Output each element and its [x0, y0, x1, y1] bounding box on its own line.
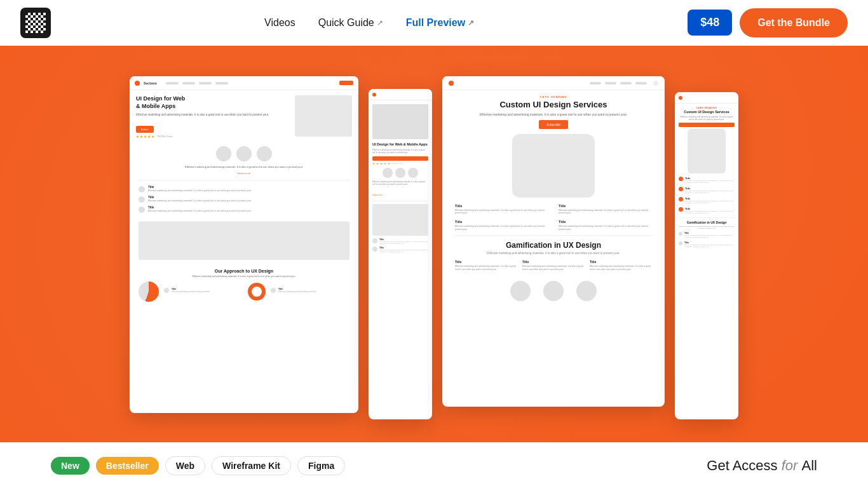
wireframe-card-2: UI Design for Web & Mobile Apps Effectiv… — [369, 89, 432, 419]
wf-subtitle: Effective marketing and advertising mate… — [442, 112, 665, 116]
wf-feature: Title Effective marketing and advertisin… — [559, 204, 652, 215]
wf-list-desc: Effective marketing and advertising mate… — [148, 189, 252, 193]
bottom-cta-suffix: for — [782, 458, 798, 473]
wf-hero-section: UI Design for Web& Mobile Apps Effective… — [130, 90, 358, 141]
wf-circle — [576, 281, 597, 301]
tag-wireframe-kit[interactable]: Wireframe Kit — [212, 456, 291, 475]
wf-star — [376, 163, 379, 165]
wf-section-text: Effective marketing and advertising mate… — [139, 165, 349, 169]
wf-stars — [136, 135, 154, 139]
wf-placeholder — [139, 222, 349, 260]
wf-chart-item-2: Title Effective marketing and advertisin… — [271, 288, 349, 293]
wf-nav-circle-4 — [679, 96, 682, 100]
wf-list-content: Title Effective marketing and advertisin… — [148, 186, 252, 193]
tag-figma[interactable]: Figma — [297, 456, 345, 475]
wf-nav-link — [605, 82, 616, 85]
wf-hero-btn: Button — [136, 126, 154, 133]
wf-items-4: Title Effective marketing and advertisin… — [675, 177, 738, 215]
tag-web[interactable]: Web — [165, 456, 205, 475]
wf-item-4: Title Effective marketing and advertisin… — [679, 197, 735, 205]
wf-nav-link — [620, 82, 632, 85]
wf-nav-link — [635, 82, 647, 85]
wf-hero-body: Effective marketing and advertising mate… — [136, 113, 290, 117]
wf-list-icon — [139, 196, 145, 203]
wf-nav-circle-3 — [449, 81, 454, 86]
wf-list-title: Title — [148, 206, 252, 209]
wf-grid-text: Effective marketing and advertising mate… — [522, 265, 585, 271]
wf-item-text: Title Effective marketing and advertisin… — [379, 247, 428, 253]
tag-bestseller[interactable]: Bestseller — [96, 457, 159, 475]
wf-nav-1: Sections — [130, 76, 358, 90]
bottom-cta-text: Get Access — [707, 458, 777, 473]
wf-subscribe-btn: Subscribe — [539, 120, 568, 129]
wf-item-desc: Effective marketing and advertising mate… — [379, 241, 428, 245]
wf-circles — [139, 146, 349, 161]
wf-card-2-item: Title Effective marketing and advertisin… — [372, 247, 428, 253]
wf-pie-chart — [139, 281, 159, 302]
wf-nav-link — [590, 82, 601, 85]
wf-grid-title: Title — [455, 260, 517, 264]
wf-divider-2 — [372, 201, 428, 201]
wf-star — [151, 135, 154, 139]
wf-item-content: Title Effective marketing and advertisin… — [685, 207, 735, 215]
logo[interactable] — [20, 8, 51, 38]
wf-chart-item-text: Effective marketing and advertising mate… — [172, 290, 210, 293]
wf-cap-heading: CAPS HEADING — [442, 90, 665, 100]
logo-area — [20, 8, 51, 38]
wf-star — [380, 163, 383, 165]
preview-area: Sections UI Design for Web& Mobile Apps … — [0, 46, 868, 442]
wf-card-2-link: Learn more — [372, 194, 382, 196]
wf-list-item: Title Effective marketing and advertisin… — [139, 186, 349, 193]
wf-star — [140, 135, 143, 139]
wf-nav-link — [215, 82, 228, 85]
wf-item2-text: Effective marketing and advertising mate… — [684, 244, 735, 248]
nav-quick-guide[interactable]: Quick Guide ↗ — [318, 17, 383, 29]
wf-features-row2: Title Effective marketing and advertisin… — [442, 220, 665, 235]
wf-chart-items-2: Title Effective marketing and advertisin… — [271, 288, 349, 295]
price-badge[interactable]: $48 — [688, 10, 732, 36]
wf-hero-image — [295, 95, 352, 137]
wireframe-card-4: CAPS HEADING Custom UI Design Services E… — [675, 92, 738, 419]
wf-text-4: Effective marketing and advertising mate… — [675, 116, 738, 121]
wf-item-icon — [679, 207, 683, 212]
wf-circle — [383, 168, 393, 178]
wf-grid-text: Effective marketing and advertising mate… — [455, 265, 517, 271]
wireframe-card-1: Sections UI Design for Web& Mobile Apps … — [130, 76, 358, 413]
logo-icon — [25, 13, 46, 33]
wf-feature-title: Title — [559, 220, 652, 224]
nav-videos[interactable]: Videos — [264, 17, 295, 29]
wf-list-icon — [139, 186, 145, 193]
wf-chart-section: Our Approach to UX Design Effective mark… — [130, 264, 358, 307]
tag-new[interactable]: New — [51, 457, 90, 475]
wf-features: Title Effective marketing and advertisin… — [442, 204, 665, 220]
wf-list-title: Title — [148, 196, 252, 199]
wf-circle — [408, 168, 418, 178]
get-bundle-button[interactable]: Get the Bundle — [740, 8, 848, 37]
wf-section-title-4: Gamification in UX Design — [675, 220, 738, 224]
wf-section-text: Effective marketing and advertising mate… — [442, 252, 665, 255]
wf-item2-4: Title Effective marketing and advertisin… — [675, 241, 738, 248]
wf-card-2-title: UI Design for Web & Mobile Apps — [372, 142, 428, 147]
wf-item-content: Title Effective marketing and advertisin… — [685, 177, 735, 184]
wireframe-card-3: CAPS HEADING Custom UI Design Services E… — [442, 76, 665, 407]
wf-item-4: Title Effective marketing and advertisin… — [679, 207, 735, 215]
wf-item2-content: Title Effective marketing and advertisin… — [684, 232, 735, 239]
wf-feature-title: Title — [559, 204, 652, 208]
wf-close-btn — [653, 81, 658, 86]
wf-circle — [510, 281, 531, 301]
wf-list-icon — [139, 207, 145, 213]
wf-rating-users: 700,000+ Users — [391, 163, 403, 165]
wf-item2-content: Title Effective marketing and advertisin… — [684, 241, 735, 248]
wf-feature-text: Effective marketing and advertising mate… — [559, 225, 652, 231]
wf-phone-4 — [688, 129, 726, 173]
wf-chart-item-icon-2 — [271, 288, 276, 293]
wf-grid-item: Title Effective marketing and advertisin… — [522, 260, 585, 271]
wf-chart-item: Title Effective marketing and advertisin… — [164, 288, 243, 293]
nav-full-preview[interactable]: Full Preview ↗ — [406, 17, 474, 29]
wf-item-text: Effective marketing and advertising mate… — [685, 180, 735, 184]
wf-feature-text: Effective marketing and advertising mate… — [455, 209, 548, 215]
wf-divider-4 — [679, 217, 735, 218]
wf-item-content: Title Effective marketing and advertisin… — [685, 197, 735, 205]
wf-grid-item: Title Effective marketing and advertisin… — [590, 260, 652, 271]
wf-circle — [395, 168, 405, 178]
